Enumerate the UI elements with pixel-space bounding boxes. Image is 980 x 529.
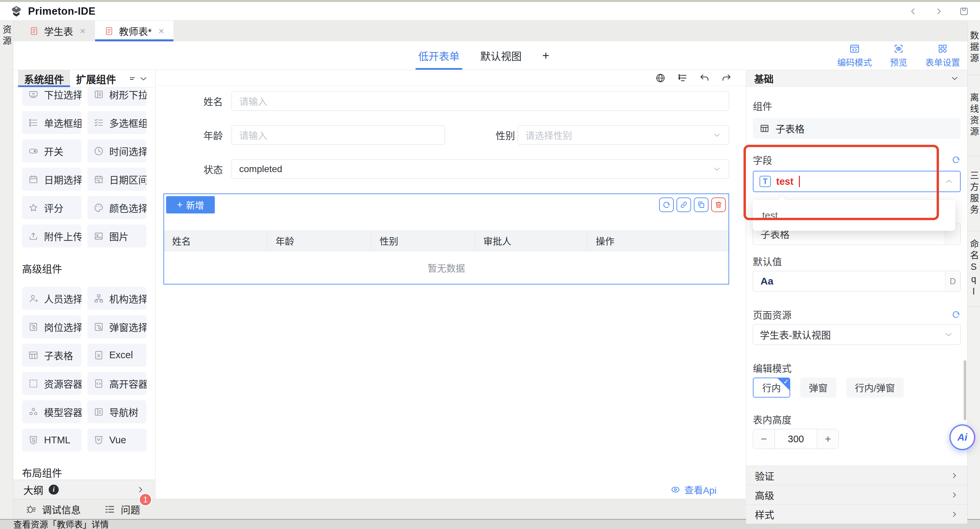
widget-sync-button[interactable] — [659, 197, 674, 212]
close-icon[interactable]: × — [80, 26, 86, 36]
field-select[interactable]: T test — [753, 171, 961, 192]
collapse-sidebar-icon[interactable] — [138, 70, 148, 87]
code-mode-button[interactable]: 编码模式 — [837, 43, 872, 68]
component-card-switch[interactable]: 开关 — [22, 140, 81, 162]
widget-delete-button[interactable] — [711, 197, 726, 212]
view-api-link[interactable]: 查看Api — [684, 483, 716, 496]
name-input[interactable]: 请输入 — [231, 91, 729, 111]
component-card-cubes[interactable]: 模型容器 — [22, 400, 81, 423]
component-card-html[interactable]: HTML — [22, 429, 81, 452]
ai-assistant-button[interactable]: Ai — [949, 424, 975, 450]
document-tabs: 学生表 × 教师表* × — [13, 21, 967, 41]
outline-icon[interactable] — [677, 73, 688, 83]
nav-back-button[interactable] — [907, 5, 919, 17]
undo-icon[interactable] — [699, 73, 710, 83]
gender-select[interactable]: 请选择性别 — [518, 125, 729, 145]
tab-lowcode-form[interactable]: 低开表单 — [418, 41, 460, 70]
form-settings-button[interactable]: 表单设置 — [925, 43, 960, 68]
component-card-check[interactable]: 多选框组 — [88, 111, 147, 134]
status-select[interactable]: completed — [231, 159, 729, 179]
component-card-select[interactable]: 下拉选择 — [22, 87, 81, 106]
app-window: Primeton-IDE 资源 学生表 × 教师表* × — [0, 0, 980, 529]
component-card-codedoc[interactable]: 高开容器 — [88, 372, 147, 395]
scrollbar-thumb[interactable] — [964, 360, 966, 420]
close-icon[interactable]: × — [158, 26, 164, 36]
right-rail-named-sql-tab[interactable]: 命名Sql — [968, 231, 980, 307]
doc-tab-student-table[interactable]: 学生表 × — [20, 21, 95, 41]
component-card-date[interactable]: 日期选择 — [22, 168, 81, 191]
dropdown-option-test[interactable]: test — [753, 205, 955, 226]
vue-icon — [94, 435, 104, 446]
component-card-person[interactable]: 人员选择 — [22, 287, 81, 310]
component-card-image[interactable]: 图片 — [88, 224, 147, 248]
component-card-time[interactable]: 时间选择 — [88, 140, 147, 162]
component-card-daterange[interactable]: 日期区间 — [88, 168, 147, 191]
doc-tab-teacher-table[interactable]: 教师表* × — [95, 21, 174, 41]
section-title: 基础 — [754, 71, 773, 86]
nav-forward-button[interactable] — [932, 5, 945, 17]
add-view-button[interactable]: + — [542, 49, 549, 63]
issues-button[interactable]: 问题 1 — [104, 502, 140, 516]
component-card-tree[interactable]: 树形下拉 — [88, 87, 147, 106]
increment-button[interactable]: + — [817, 429, 838, 449]
save-button[interactable] — [958, 5, 970, 17]
tab-system-components[interactable]: 系统组件 — [18, 70, 70, 87]
component-label: 资源容器 — [44, 376, 81, 391]
right-rail-third-party-services-tab[interactable]: 三方服务 — [968, 156, 980, 231]
component-card-color[interactable]: 颜色选择 — [88, 196, 147, 219]
tab-default-view[interactable]: 默认视图 — [480, 41, 522, 70]
section-advanced[interactable]: 高级 — [746, 485, 967, 504]
section-style[interactable]: 样式 — [746, 504, 967, 524]
left-rail-resources-tab[interactable]: 资源 — [0, 21, 13, 77]
refresh-fields-icon[interactable] — [951, 155, 961, 164]
add-row-button[interactable]: + 新增 — [166, 196, 215, 213]
subtable-widget-selected[interactable]: + 新增 姓名 年龄 — [164, 194, 729, 284]
form-field-status[interactable]: 状态 completed — [164, 159, 729, 179]
widget-copy-button[interactable] — [694, 197, 708, 212]
chevron-right-icon — [136, 485, 145, 494]
edit-mode-inline[interactable]: 行内✓ — [753, 378, 790, 397]
sidebar-tabs: 系统组件 扩展组件 — [13, 70, 155, 87]
component-card-excel[interactable]: Excel — [88, 343, 147, 367]
outline-row[interactable]: 大纲 i — [13, 480, 155, 499]
component-menu-icon[interactable] — [128, 70, 137, 87]
image-icon — [94, 231, 104, 241]
preview-button[interactable]: 预览 — [890, 43, 907, 68]
chevron-right-icon — [950, 491, 959, 499]
edit-mode-dialog[interactable]: 弹窗 — [800, 378, 836, 397]
component-card-upload[interactable]: 附件上传 — [22, 224, 81, 248]
chevron-down-icon — [712, 130, 721, 140]
right-rail-offline-resources-tab[interactable]: 离线资源 — [968, 75, 980, 156]
component-card-resource[interactable]: 资源容器 — [22, 372, 81, 395]
widget-link-button[interactable] — [676, 197, 691, 212]
property-inspector: 基础 组件 子表格 字段 — [746, 70, 967, 499]
refresh-page-resource-icon[interactable] — [951, 310, 961, 319]
globe-icon[interactable] — [655, 73, 666, 83]
component-card-position[interactable]: 岗位选择 — [22, 315, 81, 338]
component-label: 组件 — [753, 99, 961, 113]
section-validation[interactable]: 验证 — [746, 465, 967, 485]
edit-mode-inline-dialog[interactable]: 行内/弹窗 — [846, 378, 904, 397]
debug-info-button[interactable]: 调试信息 — [25, 502, 81, 516]
component-card-vue[interactable]: Vue — [88, 429, 147, 452]
component-card-navtree[interactable]: 导航树 — [88, 400, 147, 423]
page-resource-select[interactable]: 学生表-默认视图 — [753, 324, 961, 345]
age-input[interactable]: 请输入 — [231, 125, 445, 145]
tab-extension-components[interactable]: 扩展组件 — [70, 70, 122, 87]
component-group-title: 布局组件 — [22, 465, 146, 480]
default-value-suffix-button[interactable]: D — [945, 271, 960, 291]
default-value-input[interactable]: Aa D — [753, 271, 961, 292]
inspector-section-basic[interactable]: 基础 — [746, 70, 967, 87]
component-card-popup[interactable]: 弹窗选择 — [88, 315, 147, 338]
rating-icon — [28, 202, 39, 213]
redo-icon[interactable] — [721, 73, 732, 83]
component-card-subtable[interactable]: 子表格 — [22, 343, 81, 367]
decrement-button[interactable]: − — [753, 429, 775, 449]
trash-icon — [714, 200, 723, 209]
form-field-name[interactable]: 姓名 请输入 — [164, 91, 729, 111]
right-rail-datasource-tab[interactable]: 数据源 — [968, 21, 980, 75]
code-mode-icon — [849, 43, 860, 54]
component-card-rating[interactable]: 评分 — [22, 196, 81, 219]
component-card-radio[interactable]: 单选框组 — [22, 111, 81, 134]
component-card-org[interactable]: 机构选择 — [88, 287, 147, 310]
